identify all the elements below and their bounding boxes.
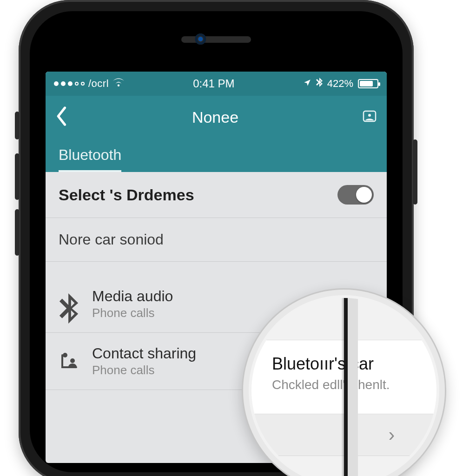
power-button bbox=[413, 139, 417, 205]
battery-icon bbox=[358, 79, 378, 88]
page-title: Nonee bbox=[192, 108, 238, 126]
earpiece-speaker bbox=[181, 36, 251, 43]
row-more-title: Nore car soniod bbox=[59, 231, 164, 248]
phone-edge-in-magnifier bbox=[344, 298, 348, 476]
carrier-label: /ocrl bbox=[88, 78, 109, 90]
list-item-label: Contact sharing bbox=[92, 345, 196, 362]
header-action-icon[interactable] bbox=[362, 108, 377, 126]
back-button[interactable] bbox=[55, 106, 69, 128]
row-more-car[interactable]: Nore car soniod bbox=[46, 218, 387, 262]
row-select-title: Select 's Drdemes bbox=[59, 186, 194, 204]
list-item-sublabel: Phone calls bbox=[92, 306, 173, 320]
toggle-select-drdemes[interactable] bbox=[337, 185, 374, 205]
tab-bluetooth[interactable]: Bluetooth bbox=[59, 146, 121, 172]
bluetooth-status-icon bbox=[316, 78, 323, 90]
tab-bar: Bluetooth bbox=[46, 139, 387, 172]
battery-percent: 422% bbox=[327, 78, 353, 90]
status-time: 0:41 PM bbox=[193, 77, 234, 90]
list-item-sublabel: Phone calls bbox=[92, 363, 196, 377]
list-item-label: Media audio bbox=[92, 288, 173, 305]
contact-sharing-icon bbox=[59, 350, 80, 372]
row-select-drdemes[interactable]: Select 's Drdemes bbox=[46, 172, 387, 218]
volume-up-button bbox=[15, 153, 20, 200]
bluetooth-icon bbox=[59, 293, 80, 315]
svg-point-3 bbox=[70, 358, 75, 363]
svg-point-1 bbox=[368, 114, 371, 117]
svg-point-2 bbox=[63, 353, 67, 357]
volume-down-button bbox=[15, 209, 20, 256]
location-icon bbox=[303, 78, 311, 90]
status-left: /ocrl bbox=[54, 77, 125, 90]
front-camera bbox=[195, 33, 206, 45]
chevron-right-icon: › bbox=[389, 424, 395, 445]
signal-strength-icon bbox=[54, 81, 85, 86]
wifi-icon bbox=[112, 77, 125, 90]
mute-switch bbox=[15, 112, 20, 139]
status-bar: /ocrl 0:41 PM 422% bbox=[46, 72, 387, 96]
status-right: 422% bbox=[303, 78, 378, 90]
nav-header: Nonee bbox=[46, 96, 387, 139]
